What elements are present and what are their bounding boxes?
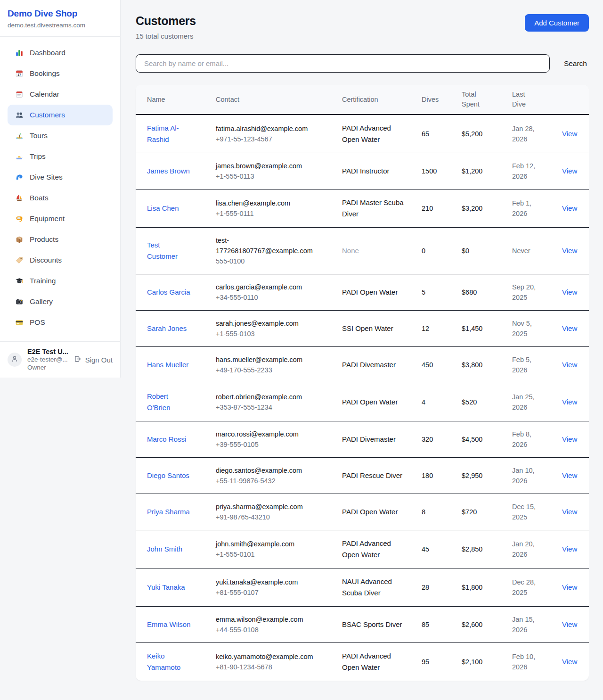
boats-icon <box>15 194 24 203</box>
sidebar-item-gallery[interactable]: Gallery <box>8 291 113 312</box>
customer-name-link[interactable]: Lisa Chen <box>147 203 179 214</box>
sidebar-item-pos[interactable]: POS <box>8 312 113 333</box>
view-cell: View <box>562 613 589 636</box>
sidebar-item-equipment[interactable]: Equipment <box>8 208 113 229</box>
certification-cell: PADI Advanced Open Water <box>342 115 422 153</box>
gallery-icon <box>15 297 24 306</box>
last-dive-cell: Feb 1, 2026 <box>512 190 562 226</box>
search-button[interactable]: Search <box>562 59 589 68</box>
sidebar-item-dive-sites[interactable]: Dive Sites <box>8 167 113 188</box>
sign-out-button[interactable]: Sign Out <box>73 355 113 364</box>
view-link[interactable]: View <box>562 204 577 212</box>
view-cell: View <box>562 122 589 146</box>
last-dive-date: Jan 10, 2026 <box>512 465 543 486</box>
customer-name-link[interactable]: Priya Sharma <box>147 506 190 518</box>
customer-count: 15 total customers <box>136 32 196 40</box>
sidebar-item-label: Dashboard <box>30 49 65 57</box>
contact-cell: fatima.alrashid@example.com+971-55-123-4… <box>216 116 342 152</box>
sidebar-item-label: Discounts <box>30 256 62 264</box>
sidebar-item-dashboard[interactable]: Dashboard <box>8 42 113 63</box>
sidebar-item-tours[interactable]: Tours <box>8 125 113 146</box>
add-customer-button[interactable]: Add Customer <box>525 14 589 32</box>
sidebar-item-label: Tours <box>30 132 48 140</box>
customer-email: marco.rossi@example.com <box>216 429 318 439</box>
certification-cell: BSAC Sports Diver <box>342 611 422 638</box>
sidebar-item-bookings[interactable]: 17Bookings <box>8 63 113 84</box>
certification-cell: PADI Open Water <box>342 279 422 305</box>
customer-name-link[interactable]: Robert O'Brien <box>147 391 192 413</box>
view-link[interactable]: View <box>562 583 577 591</box>
last-dive-date: Dec 28, 2025 <box>512 577 543 598</box>
customer-name-link[interactable]: Diego Santos <box>147 470 189 481</box>
dives-count: 95 <box>422 651 462 673</box>
sidebar-item-label: Products <box>30 235 58 244</box>
view-link[interactable]: View <box>562 471 577 479</box>
name-cell: Test Customer <box>136 232 216 270</box>
view-link[interactable]: View <box>562 167 577 175</box>
view-link[interactable]: View <box>562 324 577 332</box>
table-row: Carlos Garciacarlos.garcia@example.com+3… <box>136 274 589 311</box>
view-link[interactable]: View <box>562 545 577 553</box>
table-row: Sarah Jonessarah.jones@example.com+1-555… <box>136 311 589 347</box>
customer-name-link[interactable]: Test Customer <box>147 239 192 262</box>
search-input[interactable] <box>136 54 550 73</box>
table-row: Priya Sharmapriya.sharma@example.com+91-… <box>136 494 589 530</box>
customer-name-link[interactable]: Fatima Al-Rashid <box>147 123 192 145</box>
last-dive-cell: Dec 28, 2025 <box>512 569 562 605</box>
total-spent: $1,450 <box>462 317 512 340</box>
customer-name-link[interactable]: John Smith <box>147 544 182 555</box>
dives-count: 450 <box>422 354 462 376</box>
last-dive-date: Jan 28, 2026 <box>512 124 543 144</box>
customer-phone: +91-98765-43210 <box>216 512 334 522</box>
customer-name-link[interactable]: Hans Mueller <box>147 359 188 371</box>
contact-cell: james.brown@example.com+1-555-0113 <box>216 153 342 189</box>
sidebar-item-training[interactable]: Training <box>8 271 113 291</box>
training-icon <box>15 277 24 286</box>
view-link[interactable]: View <box>562 247 577 255</box>
last-dive-cell: Never <box>512 238 562 264</box>
total-spent: $0 <box>462 239 512 262</box>
customer-name-link[interactable]: Yuki Tanaka <box>147 582 185 593</box>
sidebar-item-discounts[interactable]: Discounts <box>8 250 113 271</box>
last-dive-cell: Jan 28, 2026 <box>512 116 562 152</box>
last-dive-date: Feb 5, 2026 <box>512 354 543 375</box>
view-cell: View <box>562 280 589 304</box>
sidebar-item-products[interactable]: Products <box>8 229 113 250</box>
view-link[interactable]: View <box>562 658 577 666</box>
certification-cell: None <box>342 238 422 264</box>
customer-email: carlos.garcia@example.com <box>216 282 318 292</box>
view-link[interactable]: View <box>562 435 577 443</box>
customer-name-link[interactable]: Carlos Garcia <box>147 287 190 298</box>
certification-text: PADI Advanced Open Water <box>342 538 404 560</box>
customer-name-link[interactable]: Keiko Yamamoto <box>147 651 192 673</box>
certification-text: PADI Advanced Open Water <box>342 651 404 673</box>
view-link[interactable]: View <box>562 620 577 628</box>
sidebar-item-calendar[interactable]: Calendar <box>8 84 113 105</box>
contact-cell: carlos.garcia@example.com+34-555-0110 <box>216 274 342 310</box>
view-link[interactable]: View <box>562 130 577 138</box>
certification-cell: PADI Master Scuba Diver <box>342 189 422 227</box>
view-link[interactable]: View <box>562 508 577 516</box>
table-row: James Brownjames.brown@example.com+1-555… <box>136 153 589 189</box>
last-dive-date: Jan 25, 2026 <box>512 392 543 412</box>
customer-email: john.smith@example.com <box>216 539 318 549</box>
discounts-icon <box>15 256 24 265</box>
customer-name-link[interactable]: Marco Rossi <box>147 434 186 445</box>
pos-icon <box>15 318 24 327</box>
customer-email: yuki.tanaka@example.com <box>216 577 318 587</box>
customer-name-link[interactable]: James Brown <box>147 165 190 177</box>
view-link[interactable]: View <box>562 288 577 296</box>
sidebar-item-customers[interactable]: Customers <box>8 105 113 125</box>
view-cell: View <box>562 537 589 561</box>
customer-name-link[interactable]: Sarah Jones <box>147 323 187 334</box>
certification-text: NAUI Advanced Scuba Diver <box>342 576 404 599</box>
customer-name-link[interactable]: Emma Wilson <box>147 619 191 630</box>
sidebar-item-boats[interactable]: Boats <box>8 188 113 208</box>
view-link[interactable]: View <box>562 361 577 369</box>
table-row: Emma Wilsonemma.wilson@example.com+44-55… <box>136 607 589 643</box>
sidebar-item-trips[interactable]: Trips <box>8 146 113 167</box>
customers-icon <box>15 111 24 120</box>
certification-text: PADI Divemaster <box>342 359 404 371</box>
view-link[interactable]: View <box>562 398 577 406</box>
table-row: Robert O'Brienrobert.obrien@example.com+… <box>136 383 589 421</box>
